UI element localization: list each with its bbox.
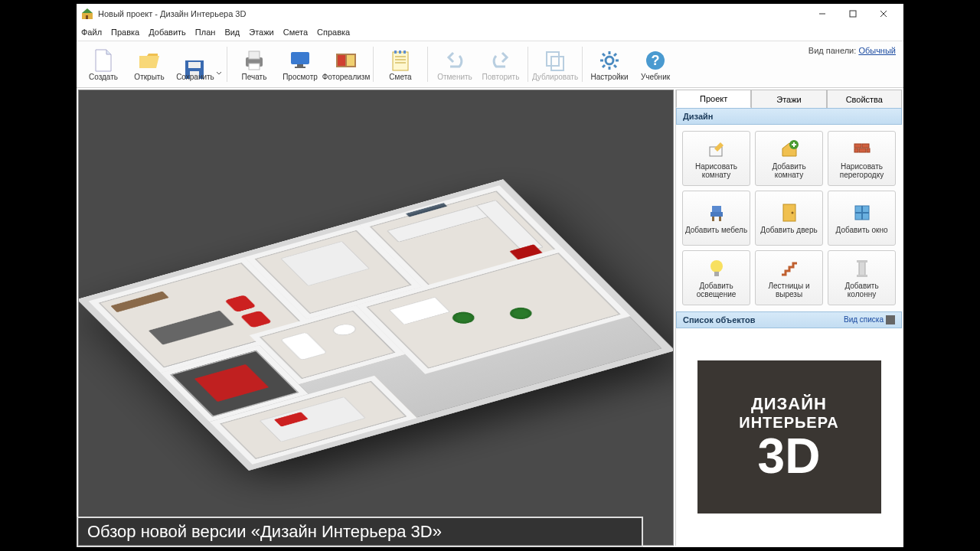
3d-viewport[interactable] [78,90,674,546]
menu-edit[interactable]: Правка [111,28,139,37]
menu-estimate[interactable]: Смета [283,28,308,37]
maximize-button[interactable] [838,4,868,24]
duplicate-button[interactable]: Дублировать [533,43,577,86]
redo-button[interactable]: Повторить [479,43,523,86]
promo-logo: ДИЗАЙН ИНТЕРЬЕРА 3D [697,360,881,514]
estimate-button[interactable]: Смета [378,43,423,86]
render-icon [334,48,358,73]
svg-rect-27 [551,57,564,70]
undo-button[interactable]: Отменить [433,43,477,86]
menu-floors[interactable]: Этажи [249,28,273,37]
svg-line-36 [603,65,605,67]
notepad-icon [388,48,413,73]
grid-view-icon [886,315,895,324]
create-button[interactable]: Создать [81,43,126,86]
right-tabs: Проект Этажи Свойства [676,90,902,108]
svg-rect-57 [857,275,867,277]
chevron-down-icon[interactable] [216,70,222,77]
app-icon [81,8,93,20]
add-window-button[interactable]: Добавить окно [828,191,896,246]
svg-rect-2 [86,15,88,19]
svg-rect-42 [862,144,869,148]
add-room-button[interactable]: Добавить комнату [755,131,823,186]
main-area: Проект Этажи Свойства Дизайн Нарисовать … [77,88,903,547]
svg-point-28 [606,57,613,64]
svg-rect-41 [854,144,861,148]
svg-text:?: ? [652,53,660,68]
svg-line-35 [614,54,616,56]
svg-rect-56 [857,260,867,262]
add-light-button[interactable]: Добавить освещение [682,250,750,305]
add-room-icon [779,139,800,160]
floppy-icon [183,48,207,73]
menu-file[interactable]: Файл [81,28,102,37]
svg-rect-12 [249,64,260,70]
svg-rect-54 [714,272,719,276]
svg-rect-44 [859,148,866,152]
duplicate-icon [543,48,567,73]
add-furniture-button[interactable]: Добавить мебель [682,191,750,246]
chair-icon [706,202,727,223]
redo-icon [488,48,513,73]
open-button[interactable]: Открыть [127,43,172,86]
tab-floors[interactable]: Этажи [751,90,826,108]
stairs-button[interactable]: Лестницы и вырезы [755,250,823,305]
svg-rect-26 [547,52,559,66]
svg-rect-8 [188,62,201,68]
menu-help[interactable]: Справка [317,28,350,37]
svg-line-34 [614,65,616,67]
tab-properties[interactable]: Свойства [827,90,902,108]
render-button[interactable]: Фотореализм [324,43,368,86]
svg-rect-15 [295,67,305,68]
design-section-head: Дизайн [676,108,902,125]
video-caption: Обзор новой версии «Дизайн Интерьера 3D» [77,517,643,547]
save-button[interactable]: Сохранить [173,43,217,86]
bulb-icon [706,258,727,279]
undo-icon [443,48,467,73]
promo-area: ДИЗАЙН ИНТЕРЬЕРА 3D [676,328,902,546]
svg-marker-1 [82,8,93,13]
right-panel: Проект Этажи Свойства Дизайн Нарисовать … [675,90,902,546]
help-button[interactable]: ? Учебник [633,43,678,86]
panel-type-selector: Вид панели: Обычный [808,46,896,55]
menubar: Файл Правка Добавить План Вид Этажи Смет… [77,24,903,41]
draw-wall-button[interactable]: Нарисовать перегородку [828,131,896,186]
menu-view[interactable]: Вид [224,28,240,37]
window-title: Новый проект - Дизайн Интерьера 3D [98,9,246,18]
printer-icon [242,48,266,73]
svg-rect-11 [249,51,260,59]
list-view-toggle[interactable]: Вид списка [844,315,895,324]
window-icon [851,202,873,223]
svg-rect-23 [394,51,397,54]
svg-point-49 [791,212,793,214]
door-icon [779,202,800,223]
panel-type-link[interactable]: Обычный [858,46,896,55]
svg-point-53 [710,260,723,272]
brick-wall-icon [851,139,873,160]
monitor-icon [288,48,312,73]
svg-rect-17 [338,55,345,66]
pencil-room-icon [706,139,727,160]
svg-line-33 [603,54,605,56]
close-button[interactable] [868,4,899,24]
add-door-button[interactable]: Добавить дверь [755,191,823,246]
svg-rect-25 [403,51,406,54]
svg-rect-14 [297,64,303,67]
tab-project[interactable]: Проект [676,90,751,108]
column-icon [851,258,873,279]
folder-open-icon [137,48,162,73]
settings-button[interactable]: Настройки [587,43,632,86]
menu-plan[interactable]: План [195,28,216,37]
toolbar: Создать Открыть Сохранить Печать Просмот… [77,41,903,88]
gear-icon [597,48,622,73]
preview-button[interactable]: Просмотр [278,43,322,86]
svg-rect-48 [783,204,795,221]
print-button[interactable]: Печать [232,43,276,86]
titlebar: Новый проект - Дизайн Интерьера 3D [77,4,903,24]
svg-rect-24 [399,51,401,54]
menu-add[interactable]: Добавить [149,28,186,37]
minimize-button[interactable] [807,4,838,24]
draw-room-button[interactable]: Нарисовать комнату [682,131,750,186]
svg-rect-4 [850,11,856,17]
add-column-button[interactable]: Добавить колонну [828,250,896,305]
